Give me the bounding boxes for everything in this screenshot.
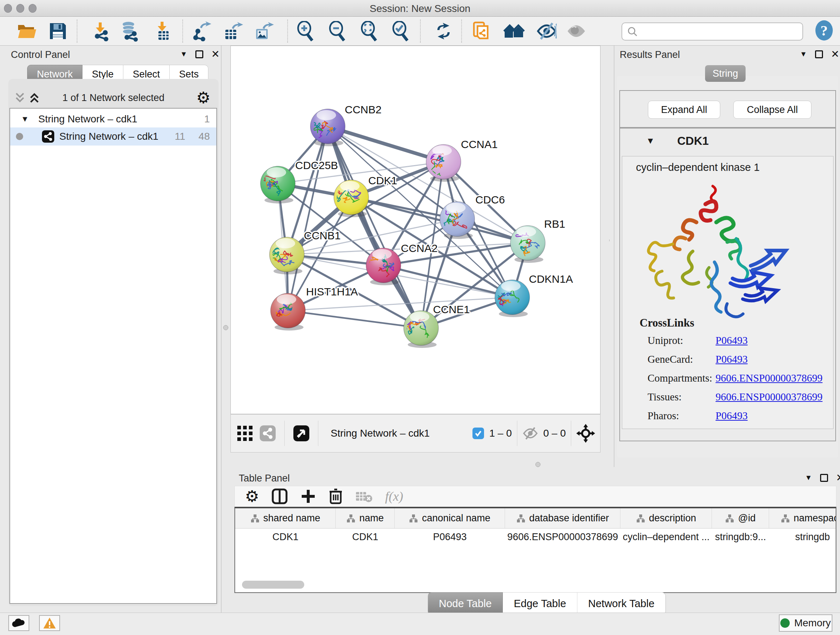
tab-edge-table[interactable]: Edge Table: [503, 592, 577, 615]
cell-0[interactable]: CDK1: [235, 532, 336, 543]
panel-menu-icon[interactable]: ▼: [800, 50, 807, 58]
collapse-all-button[interactable]: Collapse All: [733, 101, 812, 119]
network-edge[interactable]: [328, 126, 444, 162]
crosslink-value-link[interactable]: P06493: [715, 410, 748, 422]
refresh-button[interactable]: [433, 20, 454, 42]
control-panel: Control Panel ▼ ✕ Network Style Select S…: [0, 46, 221, 613]
cell-4[interactable]: cyclin–dependent ...: [621, 532, 712, 543]
search-box[interactable]: [622, 22, 803, 41]
tab-node-table[interactable]: Node Table: [428, 592, 503, 615]
zoom-in-button[interactable]: [295, 20, 317, 42]
network-node-ccna1[interactable]: CCNA1: [426, 138, 498, 182]
help-button[interactable]: ?: [815, 19, 834, 41]
zoom-out-button[interactable]: [327, 20, 348, 42]
column-header-canonical-name[interactable]: canonical name: [395, 508, 505, 528]
network-view-icon[interactable]: [259, 424, 276, 442]
float-panel-icon[interactable]: [815, 50, 823, 58]
crosslink-value-link[interactable]: P06493: [715, 334, 748, 347]
show-columns-icon[interactable]: [271, 488, 288, 505]
section-collapse-icon[interactable]: ▼: [646, 136, 655, 146]
memory-status-dot: [780, 618, 790, 628]
detach-view-icon[interactable]: [293, 424, 310, 442]
tab-network-table[interactable]: Network Table: [577, 592, 666, 615]
node-label: CCNA2: [401, 242, 438, 254]
status-bar: Memory: [0, 613, 840, 635]
cell-1[interactable]: CDK1: [336, 532, 395, 543]
network-node-hist1h1a[interactable]: HIST1H1A: [271, 286, 358, 331]
column-header--id[interactable]: @id: [712, 508, 769, 528]
search-input[interactable]: [638, 26, 794, 37]
crosslink-value-link[interactable]: 9606.ENSP00000378699: [715, 391, 823, 403]
splitter-grip[interactable]: [535, 462, 540, 467]
delete-column-icon[interactable]: [328, 488, 343, 505]
table-gear-icon[interactable]: ⚙: [245, 488, 259, 504]
column-header-namespace[interactable]: namespace: [769, 508, 836, 528]
crosslink-value-link[interactable]: P06493: [715, 353, 748, 365]
node-label: CDK1: [368, 174, 397, 187]
show-all-button[interactable]: [565, 20, 587, 42]
network-canvas[interactable]: CCNB2CCNA1CDC25BCDK1CDC6RB1CCNB1CCNA2CDK…: [231, 46, 600, 414]
close-panel-icon[interactable]: ✕: [211, 50, 219, 58]
export-table-button[interactable]: [223, 20, 244, 42]
selected-nodes-checkbox[interactable]: [472, 428, 484, 439]
node-label: CDKN1A: [529, 273, 573, 285]
open-session-button[interactable]: [16, 20, 38, 42]
tab-string[interactable]: String: [705, 65, 745, 82]
add-column-icon[interactable]: [300, 488, 316, 504]
close-panel-icon[interactable]: ✕: [831, 50, 839, 58]
network-edge[interactable]: [328, 126, 421, 328]
node-label: HIST1H1A: [306, 286, 358, 298]
toolbar-separator: [287, 19, 288, 43]
cloud-status-button[interactable]: [8, 615, 29, 631]
grid-mode-icon[interactable]: [236, 424, 254, 442]
column-header-database-identifier[interactable]: database identifier: [505, 508, 621, 528]
splitter-grip[interactable]: [223, 325, 228, 330]
memory-button[interactable]: Memory: [779, 614, 832, 632]
close-panel-icon[interactable]: ✕: [836, 474, 840, 482]
export-image-button[interactable]: [253, 20, 275, 42]
cell-5[interactable]: stringdb:9...: [712, 532, 769, 543]
import-network-from-database-button[interactable]: [118, 20, 141, 42]
sort-icon: [250, 514, 260, 523]
hide-selected-button[interactable]: [535, 20, 557, 42]
import-table-from-file-button[interactable]: [153, 20, 174, 42]
export-network-button[interactable]: [191, 20, 212, 42]
gene-section-header[interactable]: ▼ CDK1: [620, 128, 835, 156]
panel-menu-icon[interactable]: ▼: [180, 50, 187, 58]
float-panel-icon[interactable]: [820, 474, 828, 482]
column-header-name[interactable]: name: [336, 508, 395, 528]
clone-network-button[interactable]: [471, 20, 493, 42]
horizontal-scrollbar[interactable]: [242, 581, 304, 589]
cell-6[interactable]: stringdb: [769, 532, 836, 543]
warning-status-button[interactable]: [39, 615, 60, 631]
column-header-shared-name[interactable]: shared name: [235, 508, 336, 528]
crosslink-row: Tissues:9606.ENSP00000378699: [647, 391, 682, 403]
search-icon: [627, 26, 638, 37]
network-collection-row[interactable]: ▼ String Network – cdk1 1: [10, 111, 216, 127]
save-session-button[interactable]: [47, 20, 69, 42]
gear-icon[interactable]: ⚙: [196, 90, 210, 106]
crosslink-value-link[interactable]: 9606.ENSP00000378699: [715, 372, 823, 384]
panel-menu-icon[interactable]: ▼: [805, 473, 812, 482]
float-panel-icon[interactable]: [195, 50, 203, 58]
sort-icon: [516, 514, 526, 523]
network-node-cdkn1a[interactable]: CDKN1A: [495, 273, 573, 317]
toolbar-separator: [461, 19, 462, 43]
table-row[interactable]: CDK1CDK1P064939606.ENSP00000378699cyclin…: [235, 529, 836, 545]
zoom-selected-button[interactable]: [390, 20, 412, 42]
zoom-fit-button[interactable]: [358, 20, 380, 42]
network-edge[interactable]: [288, 310, 421, 328]
cell-2[interactable]: P06493: [395, 532, 505, 543]
panel-splitter-right[interactable]: [609, 46, 614, 457]
network-node-rb1[interactable]: RB1: [510, 218, 565, 263]
fit-content-icon[interactable]: [576, 424, 595, 443]
collection-expand-icon[interactable]: ▼: [21, 114, 29, 124]
sort-icon: [346, 514, 355, 523]
first-neighbors-button[interactable]: [503, 20, 525, 42]
expand-all-button[interactable]: Expand All: [648, 101, 720, 119]
table-panel-title: Table Panel: [239, 473, 290, 484]
cell-3[interactable]: 9606.ENSP00000378699: [505, 532, 621, 543]
network-row-selected[interactable]: String Network – cdk1 11 48: [10, 127, 216, 146]
import-network-from-file-button[interactable]: [89, 20, 111, 42]
column-header-description[interactable]: description: [621, 508, 712, 528]
